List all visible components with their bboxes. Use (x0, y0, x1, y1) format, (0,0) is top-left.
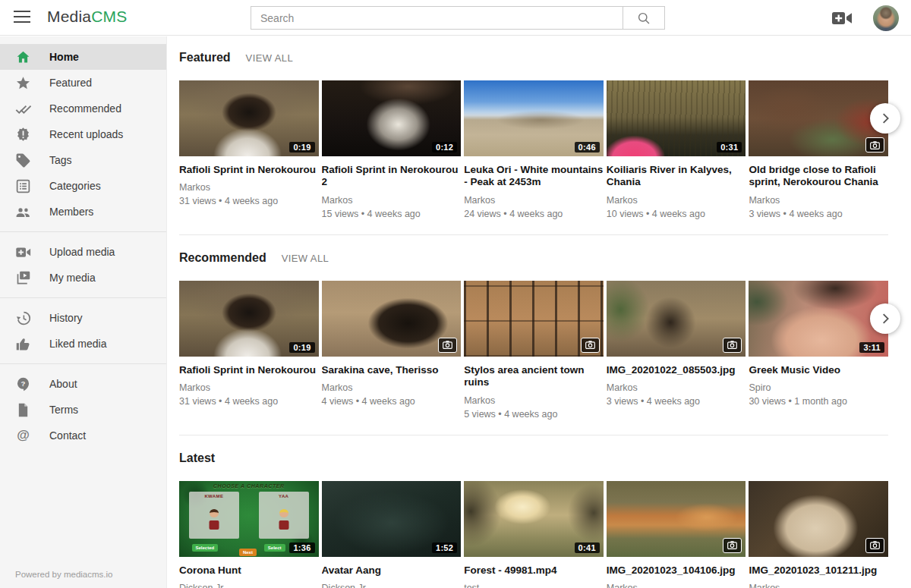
media-card[interactable]: 0:19 Rafioli Sprint in Nerokourou Markos… (179, 281, 319, 420)
media-card[interactable]: CHOOSE A CHARACTER KWAME YAA Selected (179, 481, 319, 588)
media-card[interactable]: Sarakina cave, Therisso Markos 4 views •… (322, 281, 462, 420)
sidebar-item-contact[interactable]: @ Contact (0, 423, 166, 448)
media-card[interactable]: 0:19 Rafioli Sprint in Nerokourou Markos… (179, 80, 319, 219)
at-sign-icon: @ (15, 428, 31, 443)
sidebar-item-upload-media[interactable]: Upload media (0, 239, 166, 265)
next-arrow-button[interactable] (870, 103, 900, 134)
media-author[interactable]: Dickson Jr. (179, 583, 319, 588)
thumb-select-button: Select (264, 544, 285, 552)
media-title[interactable]: Greek Music Video (749, 364, 888, 376)
media-author[interactable]: Markos (607, 382, 746, 393)
image-thumbnail[interactable] (464, 281, 604, 357)
sidebar-item-history[interactable]: History (0, 305, 166, 331)
logo-part2: CMS (91, 8, 127, 25)
sidebar-item-categories[interactable]: Categories (0, 173, 166, 199)
tag-icon (15, 153, 31, 168)
media-meta: 24 views • 4 weeks ago (464, 209, 604, 219)
media-title[interactable]: IMG_20201022_085503.jpg (607, 364, 746, 376)
media-title[interactable]: Leuka Ori - White mountains - Peak at 24… (464, 164, 604, 189)
logo[interactable]: MediaCMS (47, 8, 127, 26)
video-thumbnail[interactable]: 0:19 (179, 80, 319, 156)
media-card[interactable]: 0:41 Forest - 49981.mp4 test 17 views • … (464, 481, 604, 588)
media-card[interactable]: 0:46 Leuka Ori - White mountains - Peak … (464, 80, 604, 219)
media-author[interactable]: Markos (179, 382, 319, 393)
media-meta: 15 views • 4 weeks ago (322, 209, 462, 219)
sidebar-item-about[interactable]: ? About (0, 371, 166, 397)
sidebar-item-my-media[interactable]: History My media (0, 265, 166, 291)
divider (0, 297, 166, 298)
media-card[interactable]: IMG_20201022_085503.jpg Markos 3 views •… (607, 281, 746, 420)
video-thumbnail[interactable]: 0:41 (464, 481, 604, 557)
media-author[interactable]: Markos (179, 182, 319, 193)
sidebar-item-label: Featured (49, 77, 92, 89)
image-thumbnail[interactable] (607, 281, 746, 357)
media-author[interactable]: test (464, 583, 604, 588)
media-author[interactable]: Markos (464, 195, 604, 206)
image-thumbnail[interactable] (607, 481, 746, 557)
camera-icon (727, 341, 737, 349)
powered-by-link[interactable]: Powered by mediacms.io (15, 570, 112, 579)
media-title[interactable]: Forest - 49981.mp4 (464, 564, 604, 577)
media-card[interactable]: IMG_20201023_101211.jpg Markos 4 views •… (749, 481, 888, 588)
sidebar-item-tags[interactable]: Tags (0, 147, 166, 173)
media-title[interactable]: Rafioli Sprint in Nerokourou (179, 364, 319, 376)
section-featured: Featured VIEW ALL 0:19 Rafioli Sprint in… (179, 51, 888, 235)
media-title[interactable]: Old bridge close to Rafioli sprint, Nero… (749, 164, 888, 189)
media-title[interactable]: Rafioli Sprint in Nerokourou (179, 164, 319, 176)
media-author[interactable]: Markos (322, 382, 462, 393)
media-author[interactable]: Markos (749, 583, 888, 588)
media-card[interactable]: 1:52 Avatar Aang Dickson Jr. 12 views • … (322, 481, 462, 588)
upload-media-icon[interactable] (832, 11, 852, 26)
sidebar-item-members[interactable]: Members (0, 199, 166, 225)
media-card[interactable]: Stylos area ancient town ruins Markos 5 … (464, 281, 604, 420)
media-author[interactable]: Markos (607, 195, 746, 206)
media-title[interactable]: Koiliaris River in Kalyves, Chania (607, 164, 746, 189)
media-card[interactable]: 0:12 Rafioli Sprint in Nerokourou 2 Mark… (322, 80, 462, 219)
media-author[interactable]: Markos (607, 583, 746, 588)
sidebar-item-featured[interactable]: Featured (0, 70, 166, 96)
media-title[interactable]: IMG_20201023_104106.jpg (607, 564, 746, 577)
media-title[interactable]: Sarakina cave, Therisso (322, 364, 462, 376)
image-thumbnail[interactable] (749, 80, 888, 156)
media-card[interactable]: 0:31 Koiliaris River in Kalyves, Chania … (607, 80, 746, 219)
video-thumbnail[interactable]: 3:11 (749, 281, 888, 357)
sidebar-item-home[interactable]: Home (0, 44, 166, 70)
image-thumbnail[interactable] (749, 481, 888, 557)
hamburger-menu-icon[interactable] (14, 11, 30, 23)
sidebar-item-recent-uploads[interactable]: Recent uploads (0, 121, 166, 147)
media-card[interactable]: 3:11 Greek Music Video Spiro 30 views • … (749, 281, 888, 420)
media-title[interactable]: Stylos area ancient town ruins (464, 364, 604, 389)
image-thumbnail[interactable] (322, 281, 462, 357)
media-author[interactable]: Spiro (749, 382, 888, 393)
video-thumbnail[interactable]: CHOOSE A CHARACTER KWAME YAA Selected (179, 481, 319, 557)
media-author[interactable]: Markos (322, 195, 462, 206)
media-title[interactable]: IMG_20201023_101211.jpg (749, 564, 888, 577)
logo-part1: Media (47, 8, 91, 25)
video-thumbnail[interactable]: 0:19 (179, 281, 319, 357)
next-arrow-button[interactable] (870, 303, 900, 334)
sidebar-item-terms[interactable]: Terms (0, 397, 166, 423)
thumb-character-name: YAA (259, 494, 309, 498)
media-title[interactable]: Rafioli Sprint in Nerokourou 2 (322, 164, 462, 189)
view-all-link[interactable]: VIEW ALL (282, 253, 329, 264)
media-author[interactable]: Dickson Jr. (322, 583, 462, 588)
section-latest: Latest CHOOSE A CHARACTER KWAME YAA (179, 451, 888, 588)
search-input[interactable] (251, 6, 623, 30)
media-card[interactable]: Old bridge close to Rafioli sprint, Nero… (749, 80, 888, 219)
video-thumbnail[interactable]: 1:52 (322, 481, 462, 557)
user-avatar[interactable] (873, 5, 899, 31)
video-thumbnail[interactable]: 0:46 (464, 80, 604, 156)
media-card[interactable]: IMG_20201023_104106.jpg Markos 4 views •… (607, 481, 746, 588)
media-author[interactable]: Markos (464, 395, 604, 406)
search-button[interactable] (623, 6, 665, 30)
view-all-link[interactable]: VIEW ALL (246, 52, 293, 64)
media-title[interactable]: Corona Hunt (179, 564, 319, 577)
media-title[interactable]: Avatar Aang (322, 564, 462, 577)
categories-icon (15, 178, 31, 194)
sidebar-item-recommended[interactable]: Recommended (0, 96, 166, 121)
sidebar-item-liked-media[interactable]: Liked media (0, 331, 166, 357)
video-thumbnail[interactable]: 0:31 (607, 80, 746, 156)
media-author[interactable]: Markos (749, 195, 888, 206)
video-thumbnail[interactable]: 0:12 (322, 80, 462, 156)
media-meta: 10 views • 4 weeks ago (607, 209, 746, 219)
